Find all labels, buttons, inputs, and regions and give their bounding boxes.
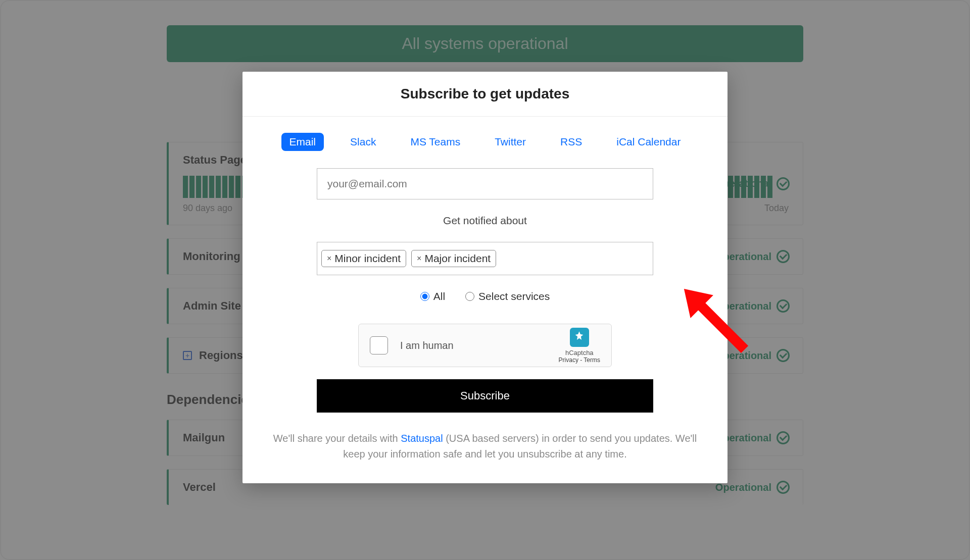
subscribe-tabs: Email Slack MS Teams Twitter RSS iCal Ca…: [243, 133, 728, 151]
incident-type-tagbox[interactable]: × Minor incident × Major incident: [317, 242, 653, 275]
tab-email[interactable]: Email: [281, 133, 324, 151]
captcha-checkbox[interactable]: [370, 336, 388, 354]
tab-slack[interactable]: Slack: [342, 133, 384, 151]
tab-twitter[interactable]: Twitter: [487, 133, 534, 151]
remove-tag-icon[interactable]: ×: [417, 254, 421, 263]
hcaptcha-widget[interactable]: I am human hCaptcha Privacy - Terms: [358, 324, 612, 367]
radio-all[interactable]: All: [420, 290, 445, 302]
privacy-disclaimer: We'll share your details with Statuspal …: [273, 431, 697, 462]
statuspal-link[interactable]: Statuspal: [401, 433, 443, 444]
captcha-branding: hCaptcha Privacy - Terms: [559, 328, 600, 364]
radio-select-label: Select services: [478, 290, 550, 302]
tag-label: Minor incident: [334, 252, 401, 265]
subscribe-button[interactable]: Subscribe: [317, 379, 653, 413]
radio-all-label: All: [433, 290, 445, 302]
radio-select-input[interactable]: [465, 292, 474, 301]
radio-all-input[interactable]: [420, 292, 429, 301]
tab-ms-teams[interactable]: MS Teams: [402, 133, 468, 151]
remove-tag-icon[interactable]: ×: [327, 254, 331, 263]
captcha-label: I am human: [400, 340, 454, 351]
subscribe-modal: Subscribe to get updates Email Slack MS …: [243, 72, 728, 483]
radio-select-services[interactable]: Select services: [465, 290, 550, 302]
captcha-brand-name: hCaptcha: [559, 349, 600, 357]
tab-rss[interactable]: RSS: [552, 133, 590, 151]
tag-major-incident: × Major incident: [411, 250, 496, 267]
notify-section-label: Get notified about: [317, 215, 653, 227]
modal-title: Subscribe to get updates: [243, 72, 728, 117]
email-input[interactable]: [317, 168, 653, 199]
tab-ical[interactable]: iCal Calendar: [608, 133, 689, 151]
tag-label: Major incident: [424, 252, 491, 265]
hcaptcha-logo-icon: [570, 328, 589, 347]
tag-minor-incident: × Minor incident: [321, 250, 406, 267]
disclaimer-text-pre: We'll share your details with: [273, 433, 401, 444]
service-scope-radios: All Select services: [243, 290, 728, 302]
captcha-links[interactable]: Privacy - Terms: [559, 357, 600, 364]
